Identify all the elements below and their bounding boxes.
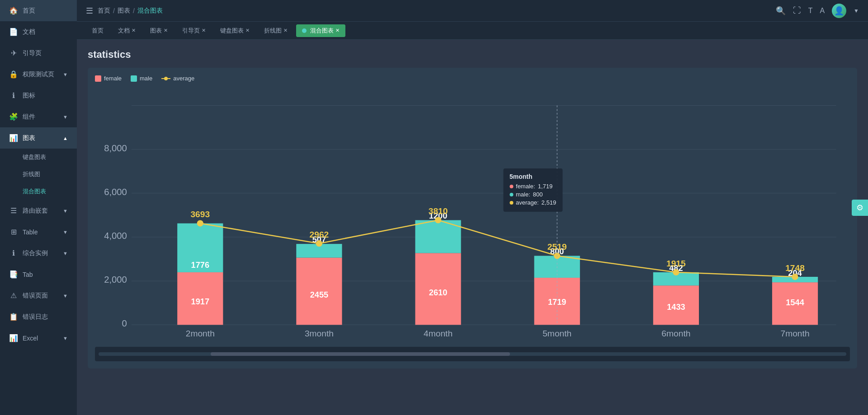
sidebar-item-error-log[interactable]: 📋 错误日志 xyxy=(0,306,77,327)
svg-text:4month: 4month xyxy=(424,329,453,338)
tab-mixed[interactable]: 混合图表 ✕ xyxy=(296,24,345,37)
svg-text:1917: 1917 xyxy=(191,297,210,306)
chart-legend: female male average xyxy=(95,75,850,82)
svg-text:1433: 1433 xyxy=(667,303,685,312)
legend-male-label: male xyxy=(140,75,152,82)
info-icon: ℹ xyxy=(9,91,18,100)
tab-mixed-close[interactable]: ✕ xyxy=(335,28,340,33)
dropdown-arrow-icon[interactable]: ▼ xyxy=(854,8,859,14)
svg-text:4,000: 4,000 xyxy=(104,231,127,241)
scrollbar-track[interactable] xyxy=(99,352,846,356)
svg-text:1544: 1544 xyxy=(786,298,804,307)
tab-charts-close[interactable]: ✕ xyxy=(164,28,168,33)
tab-charts[interactable]: 图表 ✕ xyxy=(144,24,174,37)
tab-docs-close[interactable]: ✕ xyxy=(132,28,136,33)
sidebar-item-charts[interactable]: 📊 图表 ▲ xyxy=(0,127,77,149)
svg-text:1719: 1719 xyxy=(548,298,566,307)
sidebar-item-icons[interactable]: ℹ 图标 xyxy=(0,85,77,106)
sidebar-item-docs[interactable]: 📄 文档 xyxy=(0,21,77,42)
legend-average-line xyxy=(161,78,170,79)
sidebar-item-permissions[interactable]: 🔒 权限测试页 ▼ xyxy=(0,64,77,85)
svg-text:3810: 3810 xyxy=(429,206,448,216)
sidebar-item-tab-label: Tab xyxy=(23,271,33,278)
svg-text:6month: 6month xyxy=(661,329,690,338)
sidebar-sub-keyboard-label: 键盘图表 xyxy=(23,154,46,160)
language-icon[interactable]: A xyxy=(820,7,825,15)
tab-guide-close[interactable]: ✕ xyxy=(202,28,206,33)
sidebar-item-table-label: Table xyxy=(23,228,38,236)
chart-svg: 0 2,000 4,000 6,000 8,000 1776 1917 2mon… xyxy=(95,87,850,343)
page-content: statistics female male average xyxy=(77,40,868,415)
error-log-icon: 📋 xyxy=(9,312,18,321)
svg-text:2,000: 2,000 xyxy=(104,275,127,284)
svg-text:3month: 3month xyxy=(305,329,334,338)
svg-text:3693: 3693 xyxy=(190,210,210,219)
tab-line[interactable]: 折线图 ✕ xyxy=(258,24,293,37)
settings-button[interactable]: ⚙ xyxy=(852,200,868,216)
breadcrumb-home[interactable]: 首页 xyxy=(98,7,110,15)
svg-text:6,000: 6,000 xyxy=(104,187,127,197)
svg-text:2455: 2455 xyxy=(310,290,329,299)
comprehensive-icon: ℹ xyxy=(9,249,18,257)
legend-male: male xyxy=(131,75,152,82)
font-size-icon[interactable]: T xyxy=(808,7,813,15)
chevron-down-icon: ▼ xyxy=(63,293,68,298)
sidebar-item-comprehensive[interactable]: ℹ 综合实例 ▼ xyxy=(0,242,77,264)
svg-text:1915: 1915 xyxy=(666,259,686,268)
tab-keyboard-label: 键盘图表 xyxy=(220,27,244,35)
sidebar-item-routing[interactable]: ☰ 路由嵌套 ▼ xyxy=(0,200,77,221)
sidebar-item-charts-label: 图表 xyxy=(23,134,35,142)
chevron-down-icon: ▼ xyxy=(63,114,68,120)
avatar[interactable]: 👤 xyxy=(832,4,846,18)
tab-icon: 📑 xyxy=(9,270,18,279)
breadcrumb-charts[interactable]: 图表 xyxy=(118,7,130,15)
sidebar-item-error-log-label: 错误日志 xyxy=(23,313,48,321)
tab-mixed-dot xyxy=(302,28,307,33)
chevron-down-icon: ▼ xyxy=(63,229,68,235)
sidebar-item-guide[interactable]: ✈ 引导页 xyxy=(0,42,77,64)
tab-guide[interactable]: 引导页 ✕ xyxy=(176,24,212,37)
sidebar-item-comprehensive-label: 综合实例 xyxy=(23,249,48,257)
header-left: ☰ 首页 / 图表 / 混合图表 xyxy=(86,6,163,16)
sidebar-item-excel[interactable]: 📊 Excel ▼ xyxy=(0,327,77,349)
tabs-bar: 首页 文档 ✕ 图表 ✕ 引导页 ✕ 键盘图表 ✕ 折线图 ✕ 混合图表 ✕ xyxy=(77,22,868,40)
scrollbar-thumb[interactable] xyxy=(211,352,510,356)
page-title: statistics xyxy=(88,49,857,61)
sidebar-item-guide-label: 引导页 xyxy=(23,49,42,57)
chart-scrollbar[interactable] xyxy=(95,347,850,361)
sidebar-sub-keyboard[interactable]: 键盘图表 xyxy=(0,149,77,166)
tab-mixed-label: 混合图表 xyxy=(310,27,334,35)
sidebar-item-tab[interactable]: 📑 Tab xyxy=(0,264,77,285)
tab-line-close[interactable]: ✕ xyxy=(283,28,288,33)
chart-svg-container: 0 2,000 4,000 6,000 8,000 1776 1917 2mon… xyxy=(95,87,850,343)
breadcrumb-sep2: / xyxy=(133,7,135,14)
svg-text:7month: 7month xyxy=(780,329,809,338)
sidebar-item-table[interactable]: ⊞ Table ▼ xyxy=(0,221,77,242)
docs-icon: 📄 xyxy=(9,28,18,36)
tab-keyboard-close[interactable]: ✕ xyxy=(245,28,250,33)
error-page-icon: ⚠ xyxy=(9,291,18,300)
search-icon[interactable]: 🔍 xyxy=(776,6,786,16)
tab-docs[interactable]: 文档 ✕ xyxy=(112,24,142,37)
excel-icon: 📊 xyxy=(9,334,18,342)
svg-text:2519: 2519 xyxy=(547,242,567,252)
chevron-down-icon: ▼ xyxy=(63,336,68,341)
tab-home[interactable]: 首页 xyxy=(86,24,109,37)
legend-female: female xyxy=(95,75,122,82)
table-icon: ⊞ xyxy=(9,228,18,236)
sidebar-sub-mixed-label: 混合图表 xyxy=(23,188,46,195)
sidebar-sub-line[interactable]: 折线图 xyxy=(0,166,77,183)
tab-guide-label: 引导页 xyxy=(182,27,200,35)
avatar-icon: 👤 xyxy=(834,6,844,16)
legend-female-dot xyxy=(95,75,101,82)
sidebar-item-home[interactable]: 🏠 首页 xyxy=(0,0,77,21)
sidebar-item-components[interactable]: 🧩 组件 ▼ xyxy=(0,106,77,127)
tab-keyboard[interactable]: 键盘图表 ✕ xyxy=(214,24,255,37)
svg-text:2610: 2610 xyxy=(429,288,448,297)
sidebar-item-error-page[interactable]: ⚠ 错误页面 ▼ xyxy=(0,285,77,306)
chart-icon: 📊 xyxy=(9,134,18,142)
fullscreen-icon[interactable]: ⛶ xyxy=(793,6,801,15)
sidebar-sub-mixed[interactable]: 混合图表 xyxy=(0,183,77,200)
sidebar-sub-line-label: 折线图 xyxy=(23,171,40,177)
menu-icon[interactable]: ☰ xyxy=(86,6,93,16)
